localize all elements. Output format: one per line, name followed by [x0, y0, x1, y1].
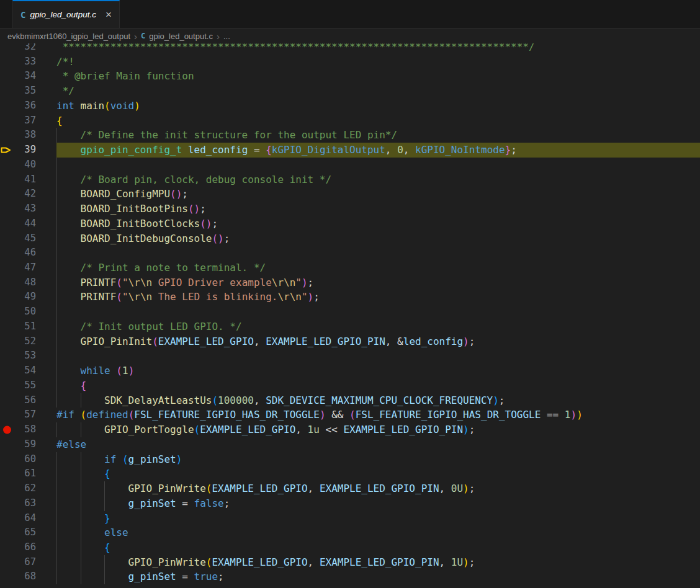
glyph-margin[interactable]	[0, 569, 16, 584]
glyph-margin[interactable]	[0, 555, 16, 570]
line-number[interactable]: 40	[16, 158, 36, 172]
glyph-margin[interactable]	[0, 363, 16, 378]
breadcrumb-folder[interactable]: evkbmimxrt1060_igpio_led_output	[7, 32, 130, 41]
code-line[interactable]: 34 * @brief Main function	[0, 69, 700, 84]
code-line[interactable]: 59#else	[0, 437, 700, 452]
glyph-margin[interactable]	[0, 202, 16, 216]
tab-gpio-led-output[interactable]: C gpio_led_output.c ×	[12, 0, 120, 28]
glyph-margin[interactable]	[0, 305, 16, 319]
code-line[interactable]: 45 BOARD_InitDebugConsole();	[0, 231, 700, 246]
glyph-margin[interactable]	[0, 69, 16, 84]
code-line[interactable]: 64 }	[0, 511, 700, 526]
code-line[interactable]: 57#if (defined(FSL_FEATURE_IGPIO_HAS_DR_…	[0, 408, 700, 422]
code-line[interactable]: 67 GPIO_PinWrite(EXAMPLE_LED_GPIO, EXAMP…	[0, 555, 700, 570]
code-line[interactable]: 52 GPIO_PinInit(EXAMPLE_LED_GPIO, EXAMPL…	[0, 334, 700, 349]
glyph-margin[interactable]	[0, 378, 16, 393]
code-line[interactable]: 35 */	[0, 84, 700, 99]
line-number[interactable]: 59	[16, 437, 36, 452]
line-number[interactable]: 42	[16, 187, 36, 202]
code-line[interactable]: 33/*!	[0, 55, 700, 69]
glyph-margin[interactable]	[0, 114, 16, 128]
code-line[interactable]: 61 {	[0, 466, 700, 481]
code-line[interactable]: 53	[0, 349, 700, 363]
glyph-margin[interactable]	[0, 466, 16, 481]
line-number[interactable]: 44	[16, 216, 36, 231]
line-number[interactable]: 57	[16, 408, 36, 422]
line-number[interactable]: 66	[16, 540, 36, 555]
code-line[interactable]: 47 /* Print a note to terminal. */	[0, 261, 700, 275]
code-line[interactable]: 49 PRINTF("\r\n The LED is blinking.\r\n…	[0, 290, 700, 305]
editor[interactable]: 32 *************************************…	[0, 43, 700, 588]
glyph-margin[interactable]	[0, 246, 16, 261]
line-number[interactable]: 49	[16, 290, 36, 305]
line-number[interactable]: 32	[16, 43, 36, 55]
glyph-margin[interactable]	[0, 408, 16, 422]
code-line[interactable]: 50	[0, 305, 700, 319]
line-number[interactable]: 36	[16, 99, 36, 114]
line-number[interactable]: 50	[16, 305, 36, 319]
code-line[interactable]: 55 {	[0, 378, 700, 393]
code-line[interactable]: 36int main(void)	[0, 99, 700, 114]
glyph-margin[interactable]	[0, 261, 16, 275]
line-number[interactable]: 51	[16, 319, 36, 334]
code-line[interactable]: 40	[0, 158, 700, 172]
glyph-margin[interactable]	[0, 540, 16, 555]
glyph-margin[interactable]	[0, 187, 16, 202]
breadcrumb-more[interactable]: ...	[223, 32, 230, 41]
code-line[interactable]: 56 SDK_DelayAtLeastUs(100000, SDK_DEVICE…	[0, 393, 700, 408]
line-number[interactable]: 65	[16, 525, 36, 540]
line-number[interactable]: 56	[16, 393, 36, 408]
glyph-margin[interactable]	[0, 43, 16, 55]
code-line[interactable]: 66 {	[0, 540, 700, 555]
glyph-margin[interactable]	[0, 334, 16, 349]
code-line[interactable]: 39 gpio_pin_config_t led_config = {kGPIO…	[0, 143, 700, 158]
line-number[interactable]: 58	[16, 422, 36, 437]
glyph-margin[interactable]	[0, 143, 16, 158]
code-line[interactable]: 63 g_pinSet = false;	[0, 496, 700, 511]
glyph-margin[interactable]	[0, 128, 16, 143]
code-line[interactable]: 38 /* Define the init structure for the …	[0, 128, 700, 143]
line-number[interactable]: 62	[16, 481, 36, 496]
line-number[interactable]: 37	[16, 114, 36, 128]
line-number[interactable]: 54	[16, 363, 36, 378]
line-number[interactable]: 48	[16, 275, 36, 290]
glyph-margin[interactable]	[0, 99, 16, 114]
line-number[interactable]: 39	[16, 143, 36, 158]
line-number[interactable]: 46	[16, 246, 36, 261]
breadcrumb-file[interactable]: gpio_led_output.c	[149, 32, 213, 41]
code-line[interactable]: 48 PRINTF("\r\n GPIO Driver example\r\n"…	[0, 275, 700, 290]
line-number[interactable]: 60	[16, 452, 36, 467]
glyph-margin[interactable]	[0, 452, 16, 467]
code-line[interactable]: 62 GPIO_PinWrite(EXAMPLE_LED_GPIO, EXAMP…	[0, 481, 700, 496]
glyph-margin[interactable]	[0, 422, 16, 437]
glyph-margin[interactable]	[0, 158, 16, 172]
line-number[interactable]: 33	[16, 55, 36, 69]
code-line[interactable]: 58 GPIO_PortToggle(EXAMPLE_LED_GPIO, 1u …	[0, 422, 700, 437]
glyph-margin[interactable]	[0, 172, 16, 187]
code-line[interactable]: 54 while (1)	[0, 363, 700, 378]
glyph-margin[interactable]	[0, 393, 16, 408]
glyph-margin[interactable]	[0, 275, 16, 290]
line-number[interactable]: 63	[16, 496, 36, 511]
line-number[interactable]: 41	[16, 172, 36, 187]
line-number[interactable]: 43	[16, 202, 36, 216]
glyph-margin[interactable]	[0, 319, 16, 334]
line-number[interactable]: 68	[16, 569, 36, 584]
line-number[interactable]: 34	[16, 69, 36, 84]
glyph-margin[interactable]	[0, 216, 16, 231]
line-number[interactable]: 47	[16, 261, 36, 275]
line-number[interactable]: 52	[16, 334, 36, 349]
code-line[interactable]: 44 BOARD_InitBootClocks();	[0, 216, 700, 231]
code-line[interactable]: 43 BOARD_InitBootPins();	[0, 202, 700, 216]
glyph-margin[interactable]	[0, 55, 16, 69]
glyph-margin[interactable]	[0, 481, 16, 496]
glyph-margin[interactable]	[0, 496, 16, 511]
code-line[interactable]: 37{	[0, 114, 700, 128]
code-line[interactable]: 51 /* Init output LED GPIO. */	[0, 319, 700, 334]
line-number[interactable]: 61	[16, 466, 36, 481]
glyph-margin[interactable]	[0, 231, 16, 246]
glyph-margin[interactable]	[0, 84, 16, 99]
glyph-margin[interactable]	[0, 511, 16, 526]
code-line[interactable]: 41 /* Board pin, clock, debug console in…	[0, 172, 700, 187]
close-tab-icon[interactable]: ×	[105, 9, 112, 20]
